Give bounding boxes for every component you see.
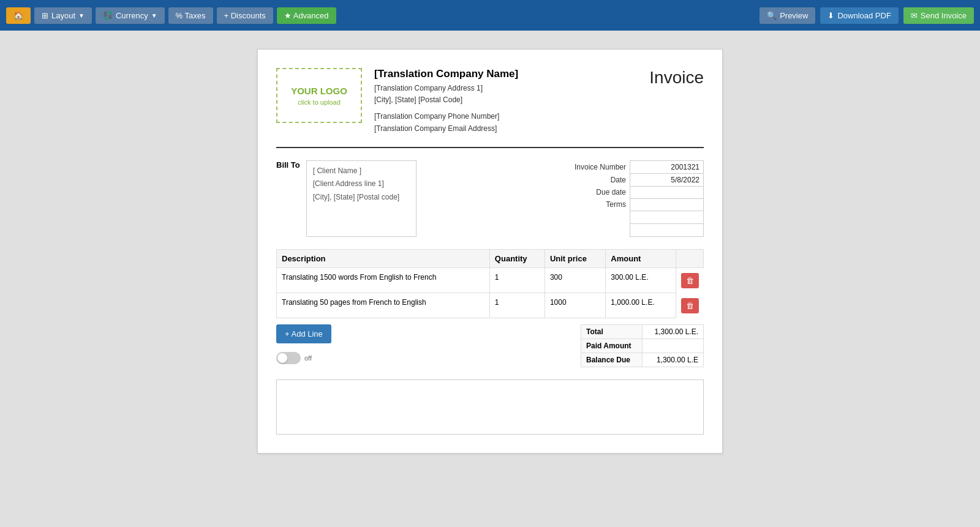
download-label: Download PDF xyxy=(837,11,891,20)
table-row: Translating 1500 words From English to F… xyxy=(277,267,704,293)
layout-label: Layout xyxy=(51,11,75,20)
summary-table: Total 1,300.00 L.E. Paid Amount Balance … xyxy=(581,324,704,367)
company-info: [Translation Company Name] [Translation … xyxy=(374,68,649,135)
row-unit-price[interactable]: 300 xyxy=(545,267,605,293)
company-city: [City], [State] [Postal Code] xyxy=(374,94,649,106)
invoice-title: Invoice xyxy=(649,68,704,88)
company-email: [Translation Company Email Address] xyxy=(374,123,649,135)
currency-button[interactable]: 💱 Currency ▼ xyxy=(96,7,165,24)
download-icon: ⬇ xyxy=(827,11,834,20)
table-row: Translating 50 pages from French to Engl… xyxy=(277,293,704,318)
row-unit-price[interactable]: 1000 xyxy=(545,293,605,318)
summary-area: Total 1,300.00 L.E. Paid Amount Balance … xyxy=(581,324,704,367)
bottom-section: + Add Line off Total 1,300.00 L.E. xyxy=(276,324,704,367)
meta-row-number: Invoice Number 2001321 xyxy=(571,160,704,173)
currency-icon: 💱 xyxy=(103,11,113,20)
col-quantity: Quantity xyxy=(489,249,545,267)
line-items-table: Description Quantity Unit price Amount T… xyxy=(276,249,704,319)
delete-row-button[interactable]: 🗑 xyxy=(681,273,699,288)
toolbar: 🏠 ⊞ Layout ▼ 💱 Currency ▼ % Taxes + Disc… xyxy=(0,0,980,31)
meta-row-terms: Terms xyxy=(571,198,704,211)
company-name: [Translation Company Name] xyxy=(374,68,649,80)
row-quantity[interactable]: 1 xyxy=(489,293,545,318)
balance-due-value: 1,300.00 L.E xyxy=(643,353,704,367)
table-header-row: Description Quantity Unit price Amount xyxy=(277,249,704,267)
logo-text: YOUR LOGO xyxy=(291,86,347,96)
taxes-button[interactable]: % Taxes xyxy=(168,7,213,24)
delete-row-button[interactable]: 🗑 xyxy=(681,298,699,313)
download-button[interactable]: ⬇ Download PDF xyxy=(820,7,898,24)
invoice-card: YOUR LOGO click to upload [Translation C… xyxy=(257,49,723,454)
left-bottom: + Add Line off xyxy=(276,324,331,364)
col-amount: Amount xyxy=(606,249,676,267)
invoice-number-value: 2001321 xyxy=(630,160,704,173)
invoice-title-box: Invoice xyxy=(649,68,704,88)
client-name: [ Client Name ] xyxy=(313,165,410,178)
paid-toggle[interactable] xyxy=(276,352,301,364)
meta-table: Invoice Number 2001321 Date 5/8/2022 Due… xyxy=(571,160,704,237)
send-label: Send Invoice xyxy=(921,11,967,20)
add-line-label: + Add Line xyxy=(285,329,323,338)
taxes-label: % Taxes xyxy=(176,11,206,20)
table-header: Description Quantity Unit price Amount xyxy=(277,249,704,267)
row-amount: 1,000.00 L.E. xyxy=(606,293,676,318)
advanced-label: ★ Advanced xyxy=(284,11,329,20)
toggle-row: off xyxy=(276,352,331,364)
row-delete-cell: 🗑 xyxy=(676,293,704,318)
meta-row-due-date: Due date xyxy=(571,186,704,198)
balance-due-label: Balance Due xyxy=(581,353,643,367)
col-unit-price: Unit price xyxy=(545,249,605,267)
preview-label: Preview xyxy=(780,11,808,20)
add-line-button[interactable]: + Add Line xyxy=(276,324,331,343)
due-date-value xyxy=(630,186,704,198)
client-city: [City], [State] [Postal code] xyxy=(313,191,410,204)
date-label: Date xyxy=(571,173,630,186)
date-value: 5/8/2022 xyxy=(630,173,704,186)
layout-icon: ⊞ xyxy=(42,11,48,20)
layout-button[interactable]: ⊞ Layout ▼ xyxy=(34,7,92,24)
invoice-number-label: Invoice Number xyxy=(571,160,630,173)
header-divider xyxy=(276,147,704,148)
preview-icon: 🔍 xyxy=(767,11,777,20)
toggle-label: off xyxy=(304,354,312,362)
row-delete-cell: 🗑 xyxy=(676,267,704,293)
discounts-button[interactable]: + Discounts xyxy=(217,7,273,24)
meta-row-extra1 xyxy=(571,211,704,223)
toggle-knob xyxy=(277,353,287,363)
invoice-meta: Invoice Number 2001321 Date 5/8/2022 Due… xyxy=(571,160,704,237)
terms-value xyxy=(630,198,704,211)
currency-label: Currency xyxy=(116,11,148,20)
col-description: Description xyxy=(277,249,490,267)
meta-row-extra2 xyxy=(571,223,704,236)
row-description[interactable]: Translating 1500 words From English to F… xyxy=(277,267,490,293)
row-quantity[interactable]: 1 xyxy=(489,267,545,293)
advanced-button[interactable]: ★ Advanced xyxy=(277,7,336,24)
toolbar-right: 🔍 Preview ⬇ Download PDF ✉ Send Invoice xyxy=(760,7,974,24)
company-phone: [Translation Company Phone Number] xyxy=(374,111,649,122)
row-description[interactable]: Translating 50 pages from French to Engl… xyxy=(277,293,490,318)
bill-to-label: Bill To xyxy=(276,160,300,237)
home-button[interactable]: 🏠 xyxy=(6,7,31,24)
summary-paid-row: Paid Amount xyxy=(581,339,704,353)
due-date-label: Due date xyxy=(571,186,630,198)
summary-balance-row: Balance Due 1,300.00 L.E xyxy=(581,353,704,367)
client-address1: [Client Address line 1] xyxy=(313,178,410,191)
total-value: 1,300.00 L.E. xyxy=(643,325,704,339)
bill-to-section: Bill To [ Client Name ] [Client Address … xyxy=(276,160,417,237)
billing-section: Bill To [ Client Name ] [Client Address … xyxy=(276,160,704,237)
layout-dropdown-arrow: ▼ xyxy=(78,12,85,19)
send-icon: ✉ xyxy=(911,11,918,20)
paid-amount-label: Paid Amount xyxy=(581,339,643,353)
invoice-header: YOUR LOGO click to upload [Translation C… xyxy=(276,68,704,135)
currency-dropdown-arrow: ▼ xyxy=(151,12,157,19)
company-address1: [Translation Company Address 1] xyxy=(374,83,649,94)
send-invoice-button[interactable]: ✉ Send Invoice xyxy=(903,7,974,24)
terms-label: Terms xyxy=(571,198,630,211)
notes-area[interactable] xyxy=(276,379,704,435)
logo-upload-area[interactable]: YOUR LOGO click to upload xyxy=(276,68,362,123)
summary-total-row: Total 1,300.00 L.E. xyxy=(581,325,704,339)
line-items-body: Translating 1500 words From English to F… xyxy=(277,267,704,318)
main-area: YOUR LOGO click to upload [Translation C… xyxy=(0,31,980,472)
bill-to-fields[interactable]: [ Client Name ] [Client Address line 1] … xyxy=(306,160,417,237)
preview-button[interactable]: 🔍 Preview xyxy=(760,7,815,24)
